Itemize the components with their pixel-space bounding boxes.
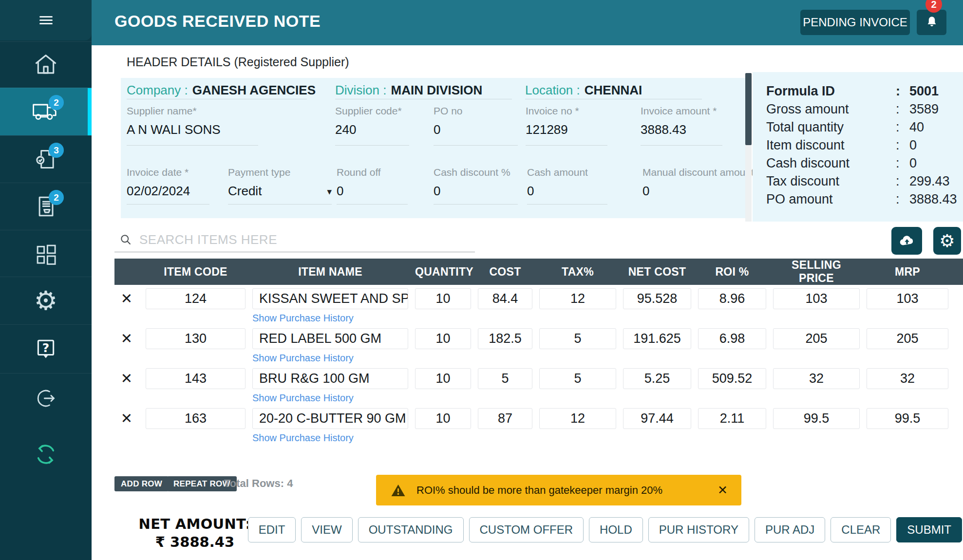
panel-scrollbar[interactable] (745, 73, 752, 222)
action-button-bar: EDIT VIEW OUTSTANDING CUSTOM OFFER HOLD … (248, 517, 962, 542)
hold-button[interactable]: HOLD (589, 517, 643, 542)
selling-price-input[interactable]: 32 (773, 368, 860, 389)
mrp-input[interactable]: 32 (867, 368, 948, 389)
scrollbar-thumb[interactable] (745, 73, 752, 145)
pending-invoice-button[interactable]: PENDING INVOICE (800, 10, 910, 35)
item-search-bar (114, 228, 475, 252)
company-value: GANESH AGENCIES (192, 83, 316, 98)
sidebar-item-home[interactable] (0, 41, 92, 88)
delete-row-icon[interactable]: ✕ (121, 408, 132, 429)
show-purchase-history-link[interactable]: Show Purchase History (252, 432, 408, 444)
clear-button[interactable]: CLEAR (831, 517, 891, 542)
item-name-input[interactable]: 20-20 C-BUTTER 90 GM (252, 408, 408, 429)
pur-history-button[interactable]: PUR HISTORY (648, 517, 749, 542)
cost-input[interactable]: 5 (478, 368, 532, 389)
chevron-down-icon: ▾ (327, 186, 332, 197)
delete-row-icon[interactable]: ✕ (121, 328, 132, 349)
roi-input[interactable]: 2.11 (698, 408, 766, 429)
total-rows-label: Total Rows: 4 (224, 477, 293, 490)
net-cost-input[interactable]: 95.528 (623, 288, 691, 309)
search-icon (119, 233, 132, 246)
hamburger-icon (39, 14, 53, 26)
bell-icon (925, 15, 939, 30)
quantity-input[interactable]: 10 (415, 368, 471, 389)
supplier-name-input[interactable]: A N WALI SONS (127, 122, 258, 137)
invoice-no-field: Invoice no * 121289 (526, 105, 607, 146)
quantity-input[interactable]: 10 (415, 408, 471, 429)
invoice-date-input[interactable]: 02/02/2024 (127, 184, 209, 199)
upload-button[interactable] (891, 227, 922, 255)
sidebar-item-help[interactable]: ? (0, 324, 92, 373)
cost-input[interactable]: 182.5 (478, 328, 532, 349)
top-bar: GOODS RECEIVED NOTE PENDING INVOICE 2 (92, 0, 963, 45)
invoice-no-label: Invoice no * (526, 105, 607, 117)
outstanding-button[interactable]: OUTSTANDING (358, 517, 464, 542)
invoice-amount-field: Invoice amount * 3888.43 (641, 105, 722, 146)
sidebar-item-purchase-invoice[interactable]: 2 (0, 183, 92, 230)
item-code-input[interactable]: 124 (146, 288, 245, 309)
sidebar-item-logout[interactable] (0, 373, 92, 423)
search-input[interactable] (139, 232, 475, 247)
payment-type-select[interactable]: Credit ▾ (228, 184, 332, 199)
quantity-input[interactable]: 10 (415, 328, 471, 349)
net-cost-input[interactable]: 5.25 (623, 368, 691, 389)
cost-input[interactable]: 87 (478, 408, 532, 429)
item-code-input[interactable]: 163 (146, 408, 245, 429)
round-off-label: Round off (337, 167, 408, 178)
item-name-input[interactable]: KISSAN SWEET AND SPICY S (252, 288, 408, 309)
roi-input[interactable]: 8.96 (698, 288, 766, 309)
roi-input[interactable]: 6.98 (698, 328, 766, 349)
notifications-button[interactable] (917, 10, 946, 35)
manual-discount-input[interactable]: 0 (642, 184, 723, 199)
mrp-input[interactable]: 205 (867, 328, 948, 349)
items-table-header: ITEM CODE ITEM NAME QUANTITY COST TAX% N… (114, 259, 963, 285)
cash-amount-input[interactable]: 0 (527, 184, 607, 199)
sidebar-item-modules[interactable] (0, 230, 92, 277)
item-name-input[interactable]: BRU R&G 100 GM (252, 368, 408, 389)
menu-button[interactable] (0, 0, 92, 40)
selling-price-input[interactable]: 103 (773, 288, 860, 309)
sidebar-item-order-approval[interactable]: 3 (0, 135, 92, 183)
table-settings-button[interactable]: ⚙ (933, 227, 961, 255)
roi-input[interactable]: 509.52 (698, 368, 766, 389)
tax-input[interactable]: 12 (539, 408, 616, 429)
net-cost-input[interactable]: 97.44 (623, 408, 691, 429)
quantity-input[interactable]: 10 (415, 288, 471, 309)
add-row-button[interactable]: ADD ROW (114, 476, 169, 491)
round-off-input[interactable]: 0 (337, 184, 408, 199)
net-cost-input[interactable]: 191.625 (623, 328, 691, 349)
tax-input[interactable]: 5 (539, 328, 616, 349)
selling-price-input[interactable]: 205 (773, 328, 860, 349)
view-button[interactable]: VIEW (301, 517, 352, 542)
invoice-no-input[interactable]: 121289 (526, 122, 607, 137)
pur-adj-button[interactable]: PUR ADJ (755, 517, 825, 542)
cost-input[interactable]: 84.4 (478, 288, 532, 309)
show-purchase-history-link[interactable]: Show Purchase History (252, 392, 408, 404)
show-purchase-history-link[interactable]: Show Purchase History (252, 353, 408, 364)
tax-input[interactable]: 5 (539, 368, 616, 389)
po-no-input[interactable]: 0 (434, 122, 518, 137)
item-code-input[interactable]: 143 (146, 368, 245, 389)
supplier-code-input[interactable]: 240 (335, 122, 409, 137)
mrp-input[interactable]: 103 (867, 288, 948, 309)
tax-input[interactable]: 12 (539, 288, 616, 309)
show-purchase-history-link[interactable]: Show Purchase History (252, 313, 408, 324)
selling-price-input[interactable]: 99.5 (773, 408, 860, 429)
close-icon[interactable]: ✕ (718, 483, 728, 497)
submit-button[interactable]: SUBMIT (896, 517, 962, 542)
edit-button[interactable]: EDIT (248, 517, 296, 542)
grid-icon (33, 241, 59, 267)
mrp-input[interactable]: 99.5 (867, 408, 948, 429)
sidebar-item-settings[interactable]: ⚙ (0, 277, 92, 324)
invoice-amount-input[interactable]: 3888.43 (641, 122, 722, 137)
custom-offer-button[interactable]: CUSTOM OFFER (469, 517, 584, 542)
cash-discount-pct-input[interactable]: 0 (434, 184, 518, 199)
sidebar-item-sync[interactable] (0, 423, 92, 486)
sidebar-item-goods-received[interactable]: 2 (0, 88, 92, 135)
item-name-input[interactable]: RED LABEL 500 GM (252, 328, 408, 349)
supplier-name-label: Supplier name* (127, 105, 258, 117)
item-code-input[interactable]: 130 (146, 328, 245, 349)
delete-row-icon[interactable]: ✕ (121, 288, 132, 309)
invoice-count-badge: 2 (49, 190, 64, 205)
delete-row-icon[interactable]: ✕ (121, 368, 132, 389)
